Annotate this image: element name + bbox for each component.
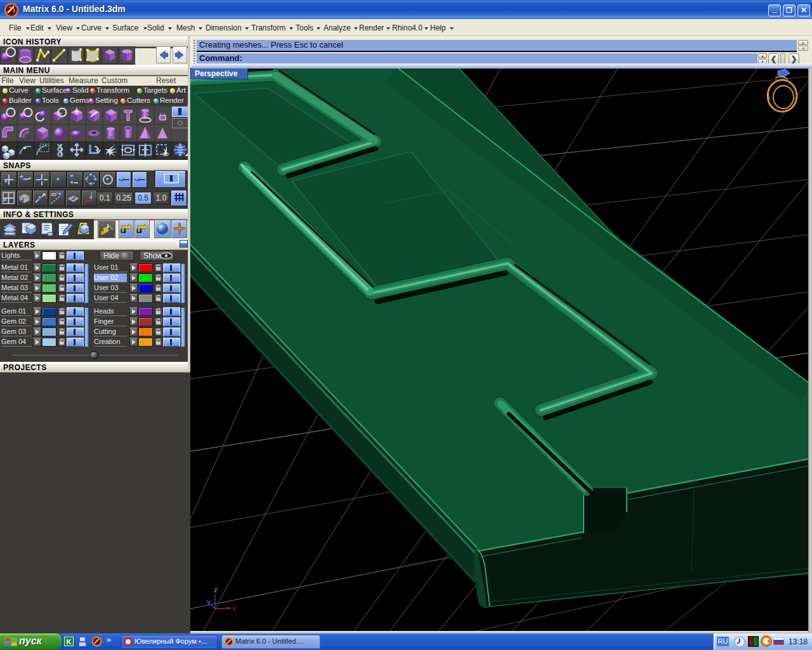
svg-text:z: z <box>214 586 218 594</box>
svg-text:y: y <box>207 598 211 606</box>
svg-text:x: x <box>233 605 236 612</box>
svg-text:45°: 45° <box>51 192 58 197</box>
